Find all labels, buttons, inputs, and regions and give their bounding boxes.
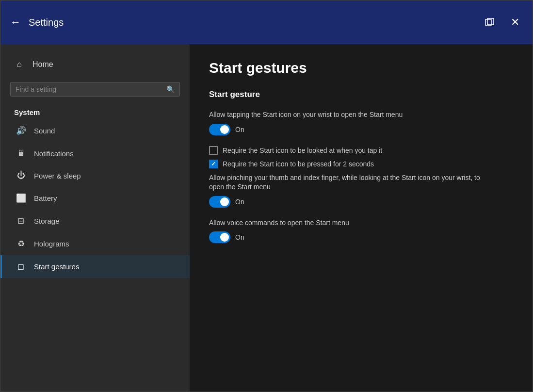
setting-description: Allow tapping the Start icon on your wri… [209,110,481,120]
toggle-label: On [235,198,244,206]
sidebar-item-label: Power & sleep [34,172,81,180]
settings-window: ← Settings ✕ ⌂ Home � [0,0,533,392]
toggle-track [209,124,230,135]
titlebar-controls: ✕ [482,15,523,30]
checkbox-label: Require the Start icon to be looked at w… [223,147,382,154]
sidebar-home-label: Home [32,60,53,69]
toggle-tap-start[interactable] [209,124,230,135]
sidebar-item-holograms[interactable]: ♻ Holograms [0,232,190,255]
toggle-row: On [209,196,513,208]
sidebar-section-system: System [0,103,190,119]
setting-description: Allow pinching your thumb and index fing… [209,173,481,192]
sidebar-item-home[interactable]: ⌂ Home [0,54,190,75]
notifications-icon: 🖥 [16,148,26,158]
content-area: Start gestures Start gesture Allow tappi… [190,44,533,392]
sidebar-item-storage[interactable]: ⊟ Storage [0,210,190,232]
sidebar-item-power-sleep[interactable]: ⏻ Power & sleep [0,164,190,187]
sidebar-item-label: Holograms [34,240,69,248]
sidebar: ⌂ Home 🔍 System 🔊 Sound 🖥 Notifications … [0,44,190,392]
sidebar-item-label: Start gestures [34,262,79,271]
search-box: 🔍 [10,82,180,97]
toggle-label: On [235,233,244,241]
close-button[interactable]: ✕ [507,15,523,30]
sidebar-item-battery[interactable]: ⬜ Battery [0,187,190,210]
toggle-row: On [209,231,513,243]
section-subtitle: Start gesture [209,90,513,99]
back-button[interactable]: ← [10,17,21,28]
sidebar-item-sound[interactable]: 🔊 Sound [0,119,190,142]
setting-voice-commands: Allow voice commands to open the Start m… [209,218,513,244]
toggle-thumb [220,197,229,206]
close-icon: ✕ [511,16,519,29]
start-gestures-icon: ◻ [16,261,26,272]
toggle-thumb [220,233,229,242]
titlebar: ← Settings ✕ [0,0,533,44]
sidebar-item-label: Storage [34,217,60,225]
setting-require-look: Require the Start icon to be looked at w… [209,146,513,155]
checkbox-label: Require the Start icon to be pressed for… [223,160,374,168]
titlebar-title: Settings [29,17,482,28]
toggle-row: On [209,124,513,135]
page-title: Start gestures [209,60,513,76]
setting-description: Allow voice commands to open the Start m… [209,218,481,228]
setting-pinch-gesture: Allow pinching your thumb and index fing… [209,173,513,208]
toggle-voice[interactable] [209,231,230,243]
search-icon: 🔍 [166,85,175,93]
toggle-track [209,231,230,243]
sound-icon: 🔊 [16,126,26,136]
sidebar-item-label: Sound [34,127,55,135]
home-icon: ⌂ [14,60,25,69]
restore-icon [485,18,495,27]
checkbox-require-press[interactable] [209,160,218,168]
setting-tap-start-icon: Allow tapping the Start icon on your wri… [209,110,513,135]
search-input[interactable] [16,85,162,93]
setting-require-press: Require the Start icon to be pressed for… [209,160,513,168]
storage-icon: ⊟ [16,216,26,226]
sidebar-item-label: Notifications [34,149,74,158]
toggle-thumb [220,125,229,134]
sidebar-item-start-gestures[interactable]: ◻ Start gestures [0,255,190,278]
restore-button[interactable] [482,15,498,30]
holograms-icon: ♻ [16,239,26,249]
main-area: ⌂ Home 🔍 System 🔊 Sound 🖥 Notifications … [0,44,533,392]
toggle-label: On [235,126,244,133]
svg-rect-0 [485,19,491,25]
checkbox-require-look[interactable] [209,146,218,155]
sidebar-item-notifications[interactable]: 🖥 Notifications [0,142,190,164]
toggle-pinch[interactable] [209,196,230,208]
power-icon: ⏻ [16,171,26,180]
battery-icon: ⬜ [16,193,26,203]
toggle-track [209,196,230,208]
sidebar-item-label: Battery [34,194,57,202]
